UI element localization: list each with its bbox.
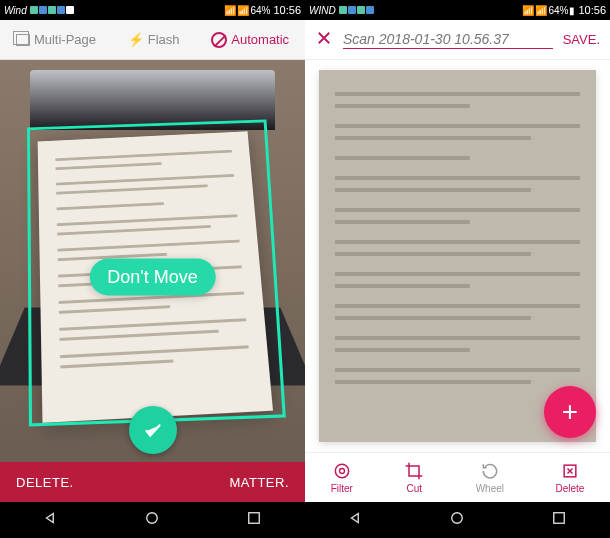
notif-icon [66, 6, 74, 14]
camera-toolbar: Multi-Page ⚡ Flash Automatic [0, 20, 305, 60]
svg-point-5 [452, 513, 463, 524]
svg-rect-6 [554, 513, 565, 524]
save-button[interactable]: SAVE. [563, 32, 600, 47]
auto-off-icon [211, 32, 227, 48]
battery-icon: ▮ [569, 5, 575, 16]
preview-bottom-bar: Filter Cut Wheel Delete [305, 452, 610, 502]
camera-viewfinder[interactable]: Don't Move [0, 60, 305, 462]
stability-overlay: Don't Move [89, 259, 215, 296]
scan-title-input[interactable]: Scan 2018-01-30 10.56.37 [343, 31, 553, 49]
notif-icon [339, 6, 347, 14]
recent-icon[interactable] [245, 509, 263, 531]
add-page-fab[interactable]: + [544, 386, 596, 438]
svg-rect-1 [249, 513, 260, 524]
scanned-document [319, 70, 596, 442]
left-screen-camera: Wind 📶 📶 64% 10:56 Multi-Page ⚡ Flash Au… [0, 0, 305, 538]
nfc-icon: 📶 [224, 5, 236, 16]
svg-point-0 [147, 513, 158, 524]
home-icon[interactable] [448, 509, 466, 531]
battery-pct: 64% [548, 5, 568, 16]
notif-icon [48, 6, 56, 14]
crop-icon [404, 461, 424, 481]
status-right: 📶 📶 64% 10:56 [224, 4, 301, 16]
clock: 10:56 [273, 4, 301, 16]
signal-icon: 📶 [522, 5, 534, 16]
delete-button[interactable]: Delete [555, 461, 584, 494]
notif-icon [30, 6, 38, 14]
recent-icon[interactable] [550, 509, 568, 531]
carrier-label: WIND [309, 5, 336, 16]
camera-bottom-bar: DELETE. MATTER. [0, 462, 305, 502]
cut-label: Cut [407, 483, 423, 494]
status-bar: WIND 📶 📶 64% ▮ 10:56 [305, 0, 610, 20]
notif-icon [366, 6, 374, 14]
bg-laptop [30, 70, 275, 130]
status-right: 📶 📶 64% ▮ 10:56 [522, 4, 606, 16]
back-icon[interactable] [42, 509, 60, 531]
multipage-label: Multi-Page [34, 32, 96, 47]
delete-icon [560, 461, 580, 481]
multipage-toggle[interactable]: Multi-Page [16, 32, 96, 47]
flash-label: Flash [148, 32, 180, 47]
notif-icon [348, 6, 356, 14]
svg-point-3 [339, 469, 344, 474]
svg-point-2 [335, 464, 348, 477]
notif-icon [357, 6, 365, 14]
notif-icon [39, 6, 47, 14]
notif-icon [57, 6, 65, 14]
delete-button[interactable]: DELETE. [16, 475, 74, 490]
delete-label: Delete [555, 483, 584, 494]
close-button[interactable] [315, 27, 333, 53]
wheel-label: Wheel [476, 483, 504, 494]
android-nav-bar [0, 502, 305, 538]
signal-icon: 📶 [535, 5, 547, 16]
flash-toggle[interactable]: ⚡ Flash [128, 32, 180, 47]
scan-preview-area[interactable]: + [305, 60, 610, 452]
preview-toolbar: Scan 2018-01-30 10.56.37 SAVE. [305, 20, 610, 60]
battery-pct: 64% [250, 5, 270, 16]
filter-label: Filter [331, 483, 353, 494]
multipage-icon [16, 34, 30, 46]
signal-icon: 📶 [237, 5, 249, 16]
wheel-button[interactable]: Wheel [476, 461, 504, 494]
home-icon[interactable] [143, 509, 161, 531]
back-icon[interactable] [347, 509, 365, 531]
right-screen-preview: WIND 📶 📶 64% ▮ 10:56 Scan 2018-01-30 10.… [305, 0, 610, 538]
automatic-toggle[interactable]: Automatic [211, 32, 289, 48]
clock: 10:56 [578, 4, 606, 16]
automatic-label: Automatic [231, 32, 289, 47]
close-icon [315, 29, 333, 47]
matter-button[interactable]: MATTER. [229, 475, 289, 490]
status-left: Wind [4, 5, 74, 16]
status-left: WIND [309, 5, 374, 16]
status-bar: Wind 📶 📶 64% 10:56 [0, 0, 305, 20]
filter-icon [332, 461, 352, 481]
cut-button[interactable]: Cut [404, 461, 424, 494]
android-nav-bar [305, 502, 610, 538]
capture-button[interactable] [129, 406, 177, 454]
filter-button[interactable]: Filter [331, 461, 353, 494]
carrier-label: Wind [4, 5, 27, 16]
plus-icon: + [562, 396, 578, 428]
stability-text: Don't Move [107, 267, 197, 287]
flash-icon: ⚡ [128, 32, 144, 47]
rotate-icon [480, 461, 500, 481]
check-icon [142, 419, 164, 441]
